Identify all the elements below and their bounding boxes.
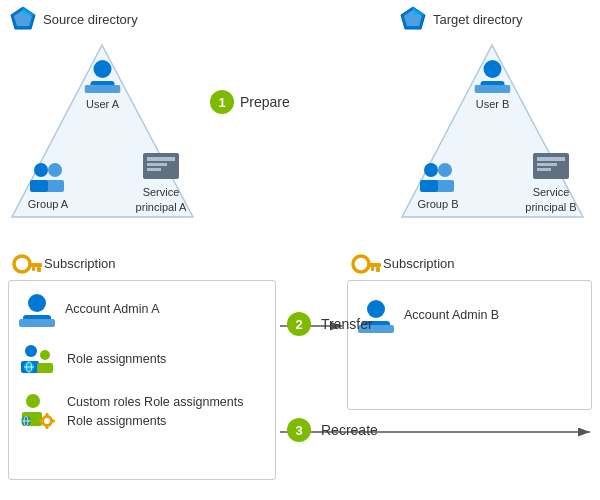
svg-rect-50 [39,420,43,423]
svg-rect-13 [147,163,167,166]
role-assignments-label: Role assignments [67,352,166,366]
user-b-icon [475,57,511,93]
step3-container: 3 Recreate [287,418,378,442]
svg-rect-6 [85,85,121,93]
svg-rect-48 [46,413,49,417]
sp-a-label: Serviceprincipal A [130,185,192,214]
svg-rect-51 [51,420,55,423]
group-a-label: Group A [19,198,77,210]
svg-point-34 [28,294,46,312]
svg-rect-40 [37,363,53,373]
source-sub-label: Subscription [44,256,116,271]
svg-point-37 [25,345,37,357]
svg-rect-57 [376,267,380,272]
group-b-icon [418,158,458,194]
target-account-admin-item: Account Admin B [348,281,591,349]
target-user-b: User B [465,57,520,110]
svg-rect-31 [28,263,42,267]
custom-roles-label: Custom roles Role assignments [67,393,243,412]
source-subscription-container: Subscription Account Admin A [8,258,276,480]
group-b-label: Group B [409,198,467,210]
sp-b-label: Serviceprincipal B [520,185,582,214]
svg-rect-21 [475,85,511,93]
key-svg-target [351,254,381,280]
svg-rect-10 [46,180,64,192]
svg-rect-12 [147,157,175,161]
target-directory-container: Target directory User B [395,5,595,225]
account-admin-b-label: Account Admin B [404,308,499,322]
svg-rect-56 [367,263,381,267]
target-sp-b: Serviceprincipal B [520,149,582,214]
target-key-icon [351,254,381,283]
svg-marker-2 [23,7,35,15]
step2-badge: 2 [287,312,311,336]
step2-container: 2 Transfer [287,312,373,336]
account-admin-a-icon [19,291,55,327]
svg-point-19 [484,60,502,78]
step1-label: Prepare [240,94,290,110]
user-a-label: User A [75,98,130,110]
source-user-a: User A [75,57,130,110]
svg-point-47 [44,418,50,424]
source-dir-icon [9,5,37,33]
svg-point-39 [40,350,50,360]
svg-rect-49 [46,425,49,429]
source-group-a: Group A [19,158,77,210]
custom-roles-icon [19,391,57,433]
source-directory-container: Source directory User A [5,5,205,225]
svg-point-7 [34,163,48,177]
svg-rect-36 [19,319,55,327]
svg-rect-32 [37,267,41,272]
svg-point-4 [94,60,112,78]
key-svg-source [12,254,42,280]
user-b-label: User B [465,98,520,110]
step3-label: Recreate [321,422,378,438]
source-account-admin-item: Account Admin A [9,281,275,333]
source-sp-a: Serviceprincipal A [130,149,192,214]
step1-badge: 1 [210,90,234,114]
svg-rect-28 [537,163,557,166]
svg-rect-29 [537,168,551,171]
svg-point-30 [14,256,30,272]
sp-a-icon [141,149,181,181]
svg-point-44 [26,394,40,408]
svg-rect-14 [147,168,161,171]
source-role-assignments-item: Role assignments [9,333,275,385]
custom-roles-sub-label: Role assignments [67,412,243,431]
top-section: Source directory User A [0,0,600,230]
target-sub-label: Subscription [383,256,455,271]
step2-label: Transfer [321,316,373,332]
source-dir-label: Source directory [43,12,138,27]
group-a-icon [28,158,68,194]
step1-container: 1 Prepare [210,90,290,114]
svg-rect-33 [32,267,35,271]
svg-rect-25 [436,180,454,192]
svg-rect-9 [30,180,48,192]
svg-rect-58 [371,267,374,271]
target-group-b: Group B [409,158,467,210]
account-admin-a-label: Account Admin A [65,302,160,316]
user-a-icon [85,57,121,93]
step3-badge: 3 [287,418,311,442]
target-subscription-container: Subscription Account Admin B [347,258,592,480]
source-custom-roles-item: Custom roles Role assignments Role assig… [9,385,275,443]
svg-rect-27 [537,157,565,161]
svg-point-8 [48,163,62,177]
target-dir-label: Target directory [433,12,523,27]
target-dir-icon [399,5,427,33]
sp-b-icon [531,149,571,181]
svg-point-55 [353,256,369,272]
source-key-icon [12,254,42,283]
role-assignments-icon [19,341,57,377]
svg-point-22 [424,163,438,177]
svg-point-23 [438,163,452,177]
diagram: Source directory User A [0,0,600,500]
svg-rect-24 [420,180,438,192]
